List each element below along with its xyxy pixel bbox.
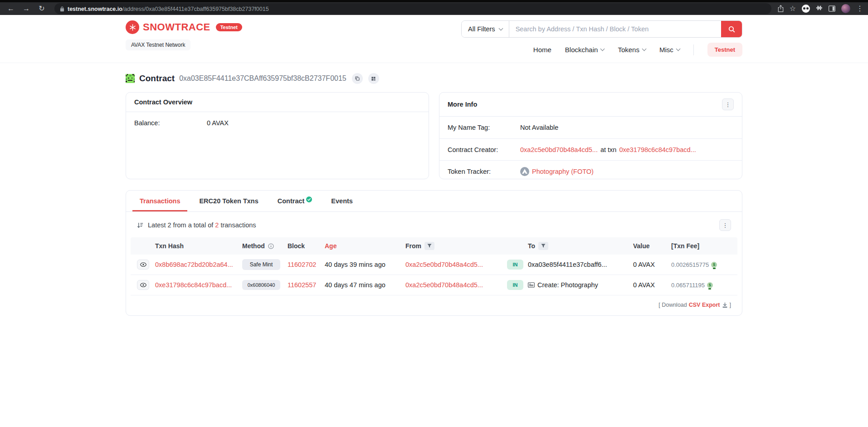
nav-misc[interactable]: Misc — [659, 46, 680, 54]
tab-contract[interactable]: Contract — [270, 191, 320, 211]
contract-address: 0xa03E85F4411e37CBAff635975bf38cB2737F00… — [179, 74, 346, 83]
name-tag-value: Not Available — [520, 124, 558, 131]
txn-hash-link[interactable]: 0xe31798c6c84c97bacd... — [155, 281, 242, 289]
qr-code-button[interactable] — [368, 73, 379, 84]
tx-summary: Latest 2 from a total of 2 transactions — [137, 221, 256, 229]
browser-reload-icon[interactable]: ↻ — [35, 3, 48, 15]
main-content: Contract 0xa03E85F4411e37CBAff635975bf38… — [126, 73, 742, 316]
tx-options-button[interactable]: ⋮ — [719, 219, 731, 231]
age-value: 40 days 47 mins ago — [325, 281, 405, 289]
search-button[interactable] — [721, 21, 742, 37]
col-age[interactable]: Age — [325, 242, 405, 250]
token-tracker-link[interactable]: Photography (FOTO) — [532, 168, 594, 175]
chevron-down-icon — [600, 47, 605, 51]
token-tracker-label: Token Tracker: — [448, 168, 520, 175]
at-txn-text: at txn — [600, 146, 616, 153]
creator-address-link[interactable]: 0xa2c5e0bd70b48a4cd5... — [520, 146, 598, 153]
txn-fee-cell: 0.0026515775 — [671, 261, 737, 268]
gas-lightbulb-icon[interactable] — [707, 282, 713, 288]
block-link[interactable]: 11602702 — [288, 261, 325, 268]
table-row: 0x8b698ac72bd20b2a64... Safe Mint 116027… — [131, 255, 737, 275]
method-badge: 0x60806040 — [242, 280, 280, 290]
search-input[interactable] — [509, 21, 721, 37]
side-panel-icon[interactable] — [829, 5, 835, 12]
txn-fee-cell: 0.065711195 — [671, 282, 737, 289]
value-cell: 0 AVAX — [633, 261, 671, 268]
method-badge: Safe Mint — [242, 259, 280, 270]
profile-avatar[interactable] — [841, 4, 850, 13]
balance-row: Balance: 0 AVAX — [126, 112, 429, 134]
browser-forward-icon[interactable]: → — [20, 3, 33, 15]
txn-hash-link[interactable]: 0x8b698ac72bd20b2a64... — [155, 261, 242, 268]
tab-events[interactable]: Events — [324, 191, 360, 211]
browser-back-icon[interactable]: ← — [5, 3, 17, 15]
contract-creator-row: Contract Creator: 0xa2c5e0bd70b48a4cd5..… — [439, 138, 742, 160]
balance-label: Balance: — [134, 119, 207, 127]
url-bar[interactable]: testnet.snowtrace.io/address/0xa03e85f44… — [54, 3, 771, 14]
chevron-down-icon — [642, 47, 646, 51]
chevron-down-icon — [676, 47, 680, 51]
col-to: To — [528, 242, 633, 250]
from-filter-icon[interactable] — [424, 242, 434, 250]
search-icon — [728, 25, 736, 33]
nav-tokens[interactable]: Tokens — [618, 46, 646, 54]
direction-badge: IN — [507, 280, 523, 290]
more-info-menu-button[interactable]: ⋮ — [722, 98, 734, 110]
network-label: AVAX Testnet Network — [126, 39, 190, 50]
sort-icon[interactable] — [137, 222, 144, 229]
bookmark-star-icon[interactable]: ☆ — [790, 3, 796, 15]
tab-bar: Transactions ERC20 Token Txns Contract E… — [126, 191, 742, 212]
nav-home[interactable]: Home — [533, 46, 551, 54]
to-address: 0xa03e85f4411e37cbaff6... — [528, 261, 633, 268]
creator-txn-link[interactable]: 0xe31798c6c84c97bacd... — [619, 146, 696, 153]
avax-token-icon — [520, 167, 529, 176]
col-from: From — [405, 242, 507, 250]
tx-preview-button[interactable] — [137, 260, 149, 270]
url-path: /address/0xa03e85f4411e37cbaff635975bf38… — [122, 6, 269, 12]
to-filter-icon[interactable] — [538, 242, 548, 250]
search-filter-label: All Filters — [468, 25, 495, 33]
site-header: SNOWTRACE Testnet AVAX Testnet Network A… — [0, 15, 868, 63]
col-txn-fee: [Txn Fee] — [671, 242, 737, 250]
brand-name[interactable]: SNOWTRACE — [143, 21, 210, 33]
contract-creator-label: Contract Creator: — [448, 146, 520, 153]
from-address-link[interactable]: 0xa2c5e0bd70b48a4cd5... — [405, 281, 507, 289]
tab-transactions[interactable]: Transactions — [132, 191, 187, 211]
copy-icon — [355, 76, 360, 81]
name-tag-row: My Name Tag: Not Available — [439, 117, 742, 138]
copy-address-button[interactable] — [352, 73, 363, 84]
contract-overview-card: Contract Overview Balance: 0 AVAX — [126, 92, 429, 179]
tab-erc20-token-txns[interactable]: ERC20 Token Txns — [192, 191, 265, 211]
gas-lightbulb-icon[interactable] — [711, 262, 717, 268]
block-link[interactable]: 11602557 — [288, 281, 325, 289]
browser-menu-icon[interactable]: ⋮ — [856, 3, 863, 15]
table-row: 0xe31798c6c84c97bacd... 0x60806040 11602… — [131, 275, 737, 295]
direction-badge: IN — [507, 260, 523, 270]
nav-divider — [693, 44, 694, 55]
csv-export-link[interactable]: CSV Export — [689, 302, 720, 308]
more-info-card-title: More Info — [448, 101, 477, 108]
search-filter-dropdown[interactable]: All Filters — [462, 21, 509, 37]
extension-avatar-icon[interactable] — [802, 5, 810, 13]
col-txn-hash: Txn Hash — [155, 242, 242, 250]
brand-block: SNOWTRACE Testnet AVAX Testnet Network — [126, 20, 242, 57]
tx-table-header: Txn Hash Method Block Age From — [131, 237, 737, 255]
col-method: Method — [242, 242, 288, 250]
nav-blockchain[interactable]: Blockchain — [565, 46, 605, 54]
chevron-down-icon — [498, 26, 503, 30]
tx-preview-button[interactable] — [137, 280, 149, 290]
info-icon[interactable] — [268, 243, 274, 249]
extensions-puzzle-icon[interactable] — [816, 5, 823, 12]
from-address-link[interactable]: 0xa2c5e0bd70b48a4cd5... — [405, 261, 507, 268]
name-tag-label: My Name Tag: — [448, 124, 520, 131]
download-icon — [722, 302, 728, 308]
more-info-card: More Info ⋮ My Name Tag: Not Available C… — [439, 92, 742, 179]
brand-testnet-badge: Testnet — [216, 23, 242, 31]
snowtrace-logo-icon[interactable] — [126, 20, 139, 34]
testnet-network-button[interactable]: Testnet — [707, 43, 742, 57]
url-host: testnet.snowtrace.io — [68, 6, 122, 12]
contract-identicon — [126, 74, 135, 83]
main-nav: Home Blockchain Tokens Misc Testnet — [533, 43, 742, 57]
address-title-row: Contract 0xa03E85F4411e37CBAff635975bf38… — [126, 73, 742, 84]
share-icon[interactable] — [778, 5, 784, 12]
